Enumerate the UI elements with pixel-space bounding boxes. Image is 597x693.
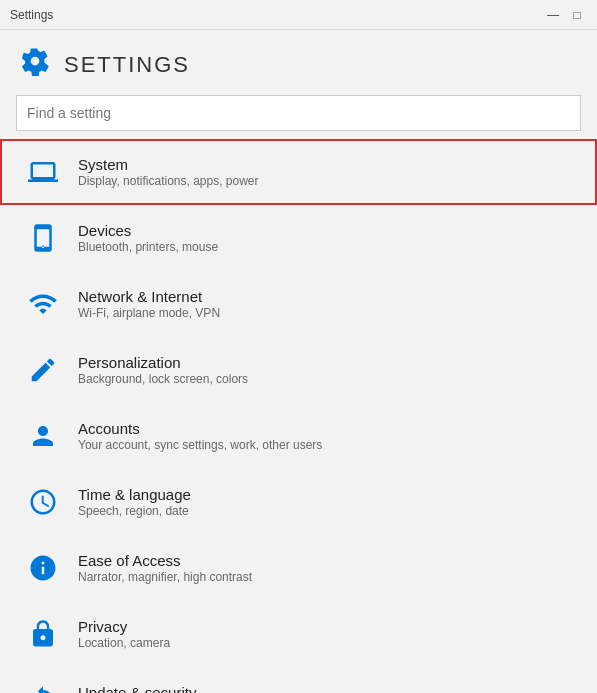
settings-item-title-time: Time & language: [78, 486, 191, 503]
settings-list: System Display, notifications, apps, pow…: [0, 139, 597, 693]
settings-item-privacy[interactable]: Privacy Location, camera: [0, 601, 597, 667]
title-bar-controls: — □: [543, 5, 587, 25]
search-bar: [16, 95, 581, 131]
settings-item-title-update: Update & security: [78, 684, 266, 693]
settings-item-title-devices: Devices: [78, 222, 218, 239]
maximize-button[interactable]: □: [567, 5, 587, 25]
settings-item-desc-devices: Bluetooth, printers, mouse: [78, 240, 218, 254]
minimize-button[interactable]: —: [543, 5, 563, 25]
settings-item-desc-network: Wi-Fi, airplane mode, VPN: [78, 306, 220, 320]
gear-icon: [20, 46, 50, 83]
settings-item-desc-accounts: Your account, sync settings, work, other…: [78, 438, 322, 452]
page-title: SETTINGS: [64, 52, 190, 78]
settings-item-desc-privacy: Location, camera: [78, 636, 170, 650]
settings-item-time[interactable]: Time & language Speech, region, date: [0, 469, 597, 535]
settings-item-devices[interactable]: Devices Bluetooth, printers, mouse: [0, 205, 597, 271]
settings-item-title-accounts: Accounts: [78, 420, 322, 437]
settings-item-title-privacy: Privacy: [78, 618, 170, 635]
network-icon: [22, 283, 64, 325]
settings-item-text-update: Update & security Windows Update, recove…: [78, 684, 266, 693]
settings-item-ease[interactable]: Ease of Access Narrator, magnifier, high…: [0, 535, 597, 601]
settings-item-text-personalization: Personalization Background, lock screen,…: [78, 354, 248, 386]
settings-item-accounts[interactable]: Accounts Your account, sync settings, wo…: [0, 403, 597, 469]
time-icon: [22, 481, 64, 523]
system-icon: [22, 151, 64, 193]
app-header: SETTINGS: [0, 30, 597, 95]
settings-item-desc-personalization: Background, lock screen, colors: [78, 372, 248, 386]
settings-item-title-ease: Ease of Access: [78, 552, 252, 569]
ease-icon: [22, 547, 64, 589]
settings-item-update[interactable]: Update & security Windows Update, recove…: [0, 667, 597, 693]
settings-item-personalization[interactable]: Personalization Background, lock screen,…: [0, 337, 597, 403]
settings-item-text-accounts: Accounts Your account, sync settings, wo…: [78, 420, 322, 452]
settings-item-desc-system: Display, notifications, apps, power: [78, 174, 259, 188]
settings-item-text-system: System Display, notifications, apps, pow…: [78, 156, 259, 188]
settings-item-text-ease: Ease of Access Narrator, magnifier, high…: [78, 552, 252, 584]
settings-item-system[interactable]: System Display, notifications, apps, pow…: [0, 139, 597, 205]
accounts-icon: [22, 415, 64, 457]
settings-item-text-network: Network & Internet Wi-Fi, airplane mode,…: [78, 288, 220, 320]
privacy-icon: [22, 613, 64, 655]
personalization-icon: [22, 349, 64, 391]
settings-item-title-system: System: [78, 156, 259, 173]
update-icon: [22, 679, 64, 693]
devices-icon: [22, 217, 64, 259]
settings-item-desc-time: Speech, region, date: [78, 504, 191, 518]
settings-item-network[interactable]: Network & Internet Wi-Fi, airplane mode,…: [0, 271, 597, 337]
title-bar-text: Settings: [10, 8, 53, 22]
settings-item-text-time: Time & language Speech, region, date: [78, 486, 191, 518]
title-bar: Settings — □: [0, 0, 597, 30]
search-input[interactable]: [16, 95, 581, 131]
settings-item-title-network: Network & Internet: [78, 288, 220, 305]
settings-item-text-devices: Devices Bluetooth, printers, mouse: [78, 222, 218, 254]
settings-item-title-personalization: Personalization: [78, 354, 248, 371]
settings-item-text-privacy: Privacy Location, camera: [78, 618, 170, 650]
settings-item-desc-ease: Narrator, magnifier, high contrast: [78, 570, 252, 584]
